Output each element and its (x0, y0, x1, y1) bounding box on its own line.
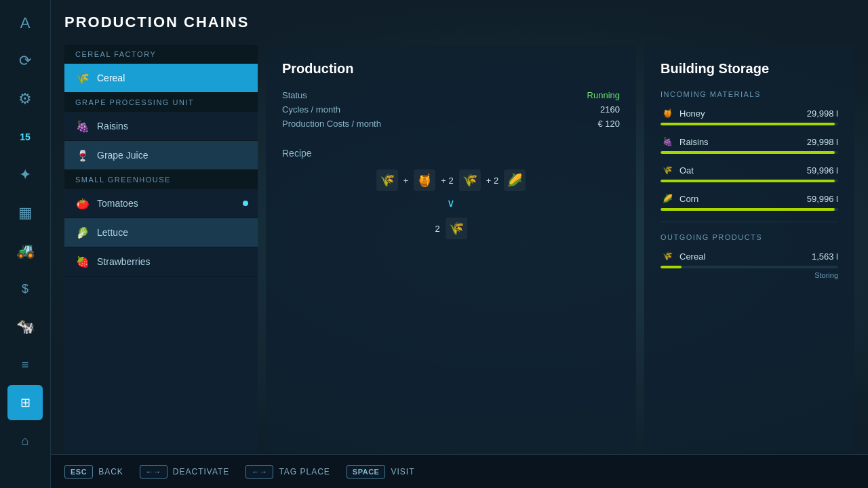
recipe-icon-corn: 🌽 (504, 169, 526, 191)
animals-icon: 🐄 (16, 318, 35, 336)
recipe-title: Recipe (282, 148, 620, 159)
raisins-fill (660, 151, 835, 154)
chain-item-strawberries[interactable]: 🍓 Strawberries (64, 247, 258, 277)
storage-item-honey: 🍯 Honey 29,998 l (660, 106, 838, 125)
deactivate-label: DEACTIVATE (173, 467, 230, 476)
recipe-display: 🌾 + 🍯 + 2 🌾 + 2 🌽 ∨ 2 🌾 (282, 169, 620, 239)
cereal-out-value: 1,563 l (812, 251, 838, 262)
chain-item-tomatoes[interactable]: 🍅 Tomatoes (64, 189, 258, 218)
honey-label: Honey (679, 108, 705, 119)
sidebar-item-wheel[interactable]: ⚙ (7, 81, 43, 117)
production-stats: Status Running Cycles / month 2160 Produ… (282, 90, 620, 129)
section-small-greenhouse: SMALL GREENHOUSE (64, 170, 258, 189)
cereal-out-fill (660, 266, 682, 268)
recipe-icon-honey: 🍯 (414, 169, 435, 191)
vehicles-icon: 🚜 (16, 242, 35, 260)
chain-item-raisins[interactable]: 🍇 Raisins (64, 112, 258, 141)
strawberries-icon: 🍓 (75, 254, 90, 269)
raisins-storage-label: Raisins (679, 137, 709, 147)
oat-value: 59,996 l (807, 165, 838, 176)
visit-label: VISIT (391, 467, 414, 476)
status-row: Status Running (282, 90, 620, 100)
sidebar-item-calendar[interactable]: 15 (7, 119, 43, 155)
storing-label: Storing (660, 271, 838, 279)
recipe-ingredients-row: 🌾 + 🍯 + 2 🌾 + 2 🌽 (376, 169, 526, 191)
shortcut-visit: SPACE VISIT (347, 465, 415, 479)
outgoing-products-title: OUTGOING PRODUCTS (660, 233, 838, 241)
sidebar-item-chart[interactable]: ▦ (7, 195, 43, 230)
recipe-icon-oat: 🌾 (459, 169, 481, 191)
cycles-value: 2160 (600, 104, 620, 115)
raisins-label: Raisins (97, 121, 128, 131)
settings-icon: ⚙ (18, 90, 32, 108)
storage-divider (660, 222, 838, 222)
tagplace-key[interactable]: ←→ (245, 465, 273, 479)
oat-progress (660, 180, 838, 182)
sidebar-item-refresh[interactable]: ⟳ (7, 43, 43, 79)
content-grid: CEREAL FACTORY 🌾 Cereal GRAPE PROCESSING… (64, 45, 854, 451)
lettuce-icon: 🥬 (75, 225, 90, 240)
recipe-output-row: 2 🌾 (435, 218, 467, 239)
tagplace-label: TAG PLACE (279, 467, 330, 476)
recipe-output-num: 2 (435, 224, 439, 234)
cereal-label: Cereal (97, 73, 125, 83)
production-panel: Production Status Running Cycles / month… (266, 45, 636, 451)
chain-item-lettuce[interactable]: 🥬 Lettuce (64, 218, 258, 247)
cereal-out-progress (660, 266, 838, 268)
recipe-arrow: ∨ (447, 197, 455, 209)
refresh-icon: ⟳ (19, 52, 31, 70)
status-label: Status (282, 90, 307, 100)
recipe-output-icon: 🌾 (446, 218, 467, 239)
strawberries-label: Strawberries (97, 256, 151, 267)
cycles-row: Cycles / month 2160 (282, 104, 620, 115)
environment-icon: ✦ (19, 166, 31, 184)
cereal-out-icon: 🌾 (660, 249, 674, 263)
storage-item-raisins: 🍇 Raisins 29,998 l (660, 135, 838, 154)
sidebar-item-list[interactable]: ≡ (7, 347, 43, 382)
corn-label: Corn (679, 194, 698, 204)
honey-icon: 🍯 (660, 106, 674, 120)
deactivate-key[interactable]: ←→ (140, 465, 167, 479)
cost-value: € 120 (597, 119, 620, 129)
main-content: PRODUCTION CHAINS CEREAL FACTORY 🌾 Cerea… (51, 0, 868, 488)
oat-label: Oat (679, 165, 694, 176)
storage-item-cereal-out: 🌾 Cereal 1,563 l Storing (660, 249, 838, 279)
storage-title: Building Storage (660, 61, 838, 77)
chain-item-cereal[interactable]: 🌾 Cereal (64, 64, 258, 93)
recipe-icon-grain: 🌾 (376, 169, 398, 191)
sidebar-item-vehicles[interactable]: 🚜 (7, 233, 43, 268)
sidebar: A ⟳ ⚙ 15 ✦ ▦ 🚜 $ 🐄 ≡ ⊞ ⌂ (0, 0, 51, 488)
raisins-icon: 🍇 (75, 119, 90, 134)
tomatoes-label: Tomatoes (97, 198, 138, 209)
chain-item-grape-juice[interactable]: 🍷 Grape Juice (64, 141, 258, 170)
honey-value: 29,998 l (807, 108, 838, 119)
esc-key[interactable]: ESC (64, 465, 93, 479)
raisins-storage-icon: 🍇 (660, 135, 674, 148)
corn-icon: 🌽 (660, 192, 674, 205)
raisins-value: 29,998 l (807, 137, 838, 147)
sidebar-item-animals[interactable]: 🐄 (7, 309, 43, 344)
page-title: PRODUCTION CHAINS (64, 14, 854, 31)
section-cereal-factory: CEREAL FACTORY (64, 45, 258, 64)
corn-fill (660, 208, 835, 211)
finance-icon: $ (22, 282, 28, 296)
corn-value: 59,996 l (807, 194, 838, 204)
storage-panel: Building Storage INCOMING MATERIALS 🍯 Ho… (644, 45, 854, 451)
sidebar-item-sun[interactable]: ✦ (7, 157, 43, 192)
a-icon: A (20, 14, 31, 32)
sidebar-item-finance[interactable]: $ (7, 271, 43, 306)
visit-key[interactable]: SPACE (347, 465, 386, 479)
cereal-icon: 🌾 (75, 70, 90, 85)
shortcut-tagplace: ←→ TAG PLACE (245, 465, 330, 479)
sidebar-item-building[interactable]: ⌂ (7, 423, 43, 458)
status-value: Running (587, 90, 620, 100)
sidebar-item-production[interactable]: ⊞ (7, 385, 43, 420)
calendar-icon: 15 (20, 131, 31, 142)
incoming-materials-title: INCOMING MATERIALS (660, 90, 838, 98)
sidebar-item-a[interactable]: A (7, 5, 43, 41)
chart-icon: ▦ (18, 204, 33, 222)
bottom-bar: ESC BACK ←→ DEACTIVATE ←→ TAG PLACE SPAC… (51, 454, 868, 488)
tomatoes-icon: 🍅 (75, 196, 90, 211)
raisins-progress (660, 151, 838, 154)
cereal-out-label: Cereal (679, 251, 705, 262)
